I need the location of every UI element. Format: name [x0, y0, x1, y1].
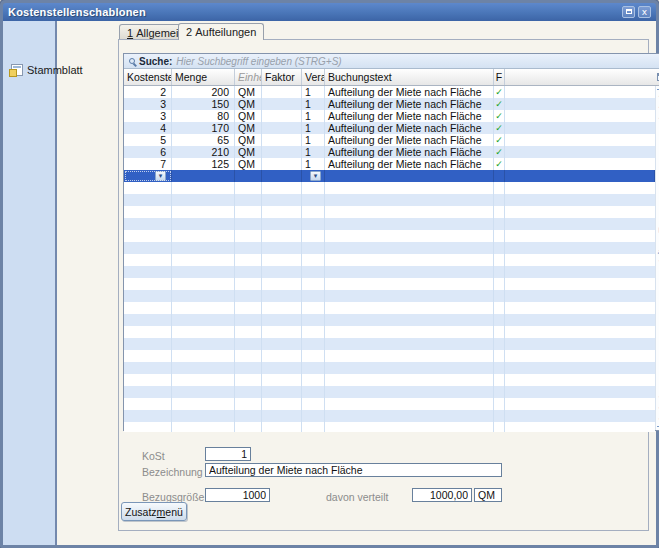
davon-einheit-field[interactable] [474, 488, 502, 502]
cell-faktor [262, 134, 302, 146]
dropdown-button[interactable]: ▾ [155, 171, 166, 181]
cell-faktor [262, 374, 302, 386]
cell-vera [302, 314, 325, 326]
cell-menge [172, 302, 235, 314]
cell-einheit [235, 386, 262, 398]
cell-einheit [235, 398, 262, 410]
table-row-empty[interactable] [124, 386, 655, 398]
column-header-vera[interactable]: Vera [302, 69, 325, 85]
column-header-menge[interactable]: Menge [172, 69, 235, 85]
cell-f [494, 242, 505, 254]
table-row-empty[interactable] [124, 290, 655, 302]
table-row-empty[interactable] [124, 350, 655, 362]
cell-_ [505, 218, 655, 230]
cell-buchungstext: Aufteilung der Miete nach Fläche [325, 134, 494, 146]
table-row[interactable]: 3150QM1Aufteilung der Miete nach Fläche✓ [124, 98, 655, 110]
zusatzmenu-button[interactable]: Zusatzmenü [121, 502, 187, 521]
kost-field[interactable] [205, 447, 251, 461]
table-row-empty[interactable] [124, 398, 655, 410]
davon-verteilt-field[interactable] [412, 488, 472, 502]
table-new-row[interactable]: ▾▾ [124, 170, 655, 182]
cell-kostenstelle [124, 302, 172, 314]
cell-vera [302, 350, 325, 362]
cell-f [494, 338, 505, 350]
grid-search-bar[interactable]: Suche: Hier Suchbegriff eingeben (STRG+S… [124, 54, 659, 69]
table-row[interactable]: 565QM1Aufteilung der Miete nach Fläche✓ [124, 134, 655, 146]
cell-faktor [262, 122, 302, 134]
table-row-empty[interactable] [124, 242, 655, 254]
table-row[interactable]: 6210QM1Aufteilung der Miete nach Fläche✓ [124, 146, 655, 158]
tab-aufteilungen[interactable]: 2 Aufteilungen [178, 23, 264, 40]
cell-f: ✓ [494, 98, 505, 110]
table-row-empty[interactable] [124, 254, 655, 266]
table-row-empty[interactable] [124, 314, 655, 326]
cell-_ [505, 386, 655, 398]
titlebar: Kostenstellenschablonen x [3, 3, 656, 21]
cell-f [494, 182, 505, 194]
table-row[interactable]: 4170QM1Aufteilung der Miete nach Fläche✓ [124, 122, 655, 134]
dropdown-button[interactable]: ▾ [310, 171, 321, 181]
bezugsgroesse-field[interactable] [205, 488, 270, 502]
cell-menge [172, 410, 235, 422]
table-row-empty[interactable] [124, 410, 655, 422]
cell-einheit [235, 350, 262, 362]
cell-buchungstext [325, 326, 494, 338]
table-row[interactable]: 7125QM1Aufteilung der Miete nach Fläche✓ [124, 158, 655, 170]
cell-einheit [235, 374, 262, 386]
cell-einheit [235, 410, 262, 422]
table-rows: 2200QM1Aufteilung der Miete nach Fläche✓… [124, 86, 655, 432]
cell-f: ✓ [494, 110, 505, 122]
cell-buchungstext [325, 398, 494, 410]
restore-button[interactable] [622, 6, 635, 18]
titlebar-buttons: x [622, 6, 651, 18]
table-row-empty[interactable] [124, 326, 655, 338]
cell-kostenstelle: 3 [124, 98, 172, 110]
column-header-einheit[interactable]: Einheit [235, 69, 262, 85]
cell-faktor [262, 290, 302, 302]
cell-faktor [262, 362, 302, 374]
table-row-empty[interactable] [124, 182, 655, 194]
cell-einheit [235, 338, 262, 350]
table-row[interactable]: 380QM1Aufteilung der Miete nach Fläche✓ [124, 110, 655, 122]
cell-kostenstelle: 7 [124, 158, 172, 170]
column-header-kostenstelle[interactable]: Kostenstelle [124, 69, 172, 85]
table-row[interactable]: 2200QM1Aufteilung der Miete nach Fläche✓ [124, 86, 655, 98]
cell-f [494, 266, 505, 278]
table-row-empty[interactable] [124, 206, 655, 218]
table-row-empty[interactable] [124, 302, 655, 314]
column-header-f[interactable]: F [494, 69, 505, 85]
cell-menge [172, 278, 235, 290]
window-title: Kostenstellenschablonen [8, 6, 146, 18]
table-row-empty[interactable] [124, 422, 655, 432]
cell-faktor [262, 110, 302, 122]
cell-_ [505, 422, 655, 432]
column-header-buchungstext[interactable]: Buchungstext [325, 69, 494, 85]
cell-einheit [235, 326, 262, 338]
column-header-faktor[interactable]: Faktor [262, 69, 302, 85]
table-row-empty[interactable] [124, 338, 655, 350]
cell-kostenstelle [124, 266, 172, 278]
cell-_ [505, 134, 655, 146]
cell-f [494, 278, 505, 290]
table-row-empty[interactable] [124, 266, 655, 278]
cell-_ [505, 374, 655, 386]
table-row-empty[interactable] [124, 374, 655, 386]
grid-header-row: Kostenstelle Menge Einheit Faktor Vera B… [124, 69, 659, 86]
table-row-empty[interactable] [124, 218, 655, 230]
cell-_ [505, 314, 655, 326]
cell-einheit [235, 218, 262, 230]
column-chooser-button[interactable] [655, 69, 659, 85]
cell-buchungstext [325, 194, 494, 206]
close-button[interactable]: x [638, 6, 651, 18]
bezeichnung-field[interactable] [205, 463, 502, 477]
table-row-empty[interactable] [124, 194, 655, 206]
cell-kostenstelle: 6 [124, 146, 172, 158]
table-row-empty[interactable] [124, 278, 655, 290]
table-row-empty[interactable] [124, 362, 655, 374]
aufteilungen-grid: Suche: Hier Suchbegriff eingeben (STRG+S… [123, 53, 659, 431]
cell-einheit: QM [235, 98, 262, 110]
cell-_ [505, 326, 655, 338]
table-row-empty[interactable] [124, 230, 655, 242]
cell-faktor [262, 158, 302, 170]
cell-buchungstext [325, 410, 494, 422]
